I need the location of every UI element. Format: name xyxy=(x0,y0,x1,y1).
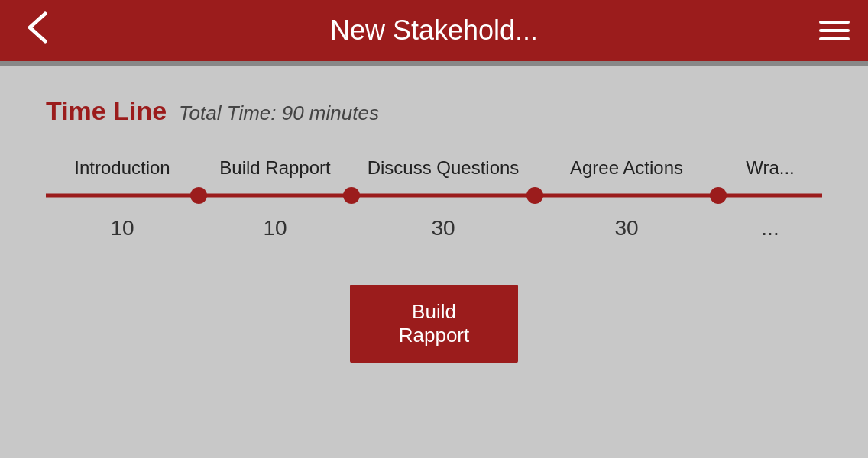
header: New Stakehold... xyxy=(0,0,868,61)
timeline: Introduction Build Rapport Discuss Quest… xyxy=(46,156,822,240)
build-rapport-button[interactable]: Build Rapport xyxy=(350,285,518,363)
timeline-number-0: 10 xyxy=(46,216,199,240)
menu-icon-line1 xyxy=(819,21,850,24)
timeline-track xyxy=(46,185,822,205)
timeline-total-time: Total Time: 90 minutes xyxy=(179,102,379,125)
menu-button[interactable] xyxy=(811,21,850,40)
main-content: Time Line Total Time: 90 minutes Introdu… xyxy=(0,66,868,458)
timeline-label-introduction: Introduction xyxy=(46,156,199,179)
timeline-line xyxy=(46,194,822,198)
timeline-label-build-rapport: Build Rapport xyxy=(199,156,351,179)
timeline-dot-3 xyxy=(526,187,543,204)
menu-icon-line3 xyxy=(819,37,850,40)
timeline-number-4: ... xyxy=(718,216,822,240)
timeline-title: Time Line xyxy=(46,96,167,126)
back-button[interactable] xyxy=(18,11,57,51)
timeline-number-1: 10 xyxy=(199,216,351,240)
timeline-dot-2 xyxy=(343,187,360,204)
timeline-number-2: 30 xyxy=(351,216,535,240)
timeline-label-wrap: Wra... xyxy=(718,156,822,179)
timeline-dot-1 xyxy=(190,187,207,204)
timeline-numbers: 10 10 30 30 ... xyxy=(46,216,822,240)
timeline-number-3: 30 xyxy=(535,216,718,240)
timeline-label-agree-actions: Agree Actions xyxy=(535,156,718,179)
button-container: Build Rapport xyxy=(46,262,822,363)
timeline-dot-4 xyxy=(710,187,727,204)
timeline-heading: Time Line Total Time: 90 minutes xyxy=(46,96,822,126)
timeline-label-discuss-questions: Discuss Questions xyxy=(351,156,535,179)
menu-icon-line2 xyxy=(819,29,850,32)
page-title: New Stakehold... xyxy=(57,15,811,47)
